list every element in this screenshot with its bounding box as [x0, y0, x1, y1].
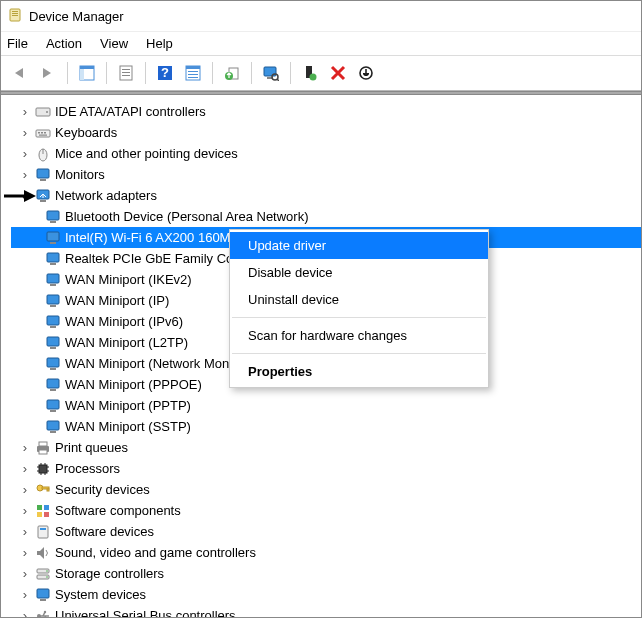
svg-rect-57 [47, 358, 59, 367]
svg-rect-51 [47, 295, 59, 304]
svg-rect-6 [80, 69, 84, 80]
svg-rect-17 [188, 77, 198, 78]
menu-file[interactable]: File [7, 36, 28, 51]
action-button[interactable] [180, 60, 206, 86]
svg-rect-56 [50, 347, 56, 349]
help-button[interactable]: ? [152, 60, 178, 86]
show-hide-tree-button[interactable] [74, 60, 100, 86]
svg-rect-44 [50, 221, 56, 223]
svg-rect-61 [47, 400, 59, 409]
adapter-label: WAN Miniport (PPTP) [65, 395, 191, 416]
category-label: Network adapters [55, 185, 157, 206]
adapter-wan-pptp[interactable]: WAN Miniport (PPTP) [11, 395, 641, 416]
menu-view[interactable]: View [100, 36, 128, 51]
caret-right-icon: › [19, 164, 31, 185]
category-label: Print queues [55, 437, 128, 458]
category-ide[interactable]: › IDE ATA/ATAPI controllers [11, 101, 641, 122]
ctx-scan-hardware[interactable]: Scan for hardware changes [230, 322, 488, 349]
disable-button[interactable] [353, 60, 379, 86]
svg-rect-58 [50, 368, 56, 370]
ctx-separator [232, 317, 486, 318]
enable-button[interactable] [297, 60, 323, 86]
category-system[interactable]: › System devices [11, 584, 641, 605]
svg-rect-64 [50, 431, 56, 433]
back-button[interactable] [7, 60, 33, 86]
storage-icon [35, 566, 51, 582]
context-menu: Update driver Disable device Uninstall d… [229, 229, 489, 388]
ctx-update-driver[interactable]: Update driver [230, 232, 488, 259]
ctx-separator [232, 353, 486, 354]
svg-rect-79 [47, 489, 49, 491]
toolbar-separator [145, 62, 146, 84]
svg-marker-29 [24, 190, 36, 202]
toolbar: ? [1, 55, 641, 91]
svg-point-89 [46, 570, 48, 572]
caret-right-icon: › [19, 521, 31, 542]
menu-bar: File Action View Help [1, 31, 641, 55]
category-label: Monitors [55, 164, 105, 185]
adapter-label: WAN Miniport (IP) [65, 290, 169, 311]
caret-right-icon: › [19, 500, 31, 521]
svg-point-90 [46, 576, 48, 578]
drive-icon [35, 104, 51, 120]
svg-rect-46 [50, 242, 56, 244]
svg-rect-68 [39, 465, 47, 473]
scan-button[interactable] [258, 60, 284, 86]
toolbar-separator [106, 62, 107, 84]
category-sound[interactable]: › Sound, video and game controllers [11, 542, 641, 563]
category-label: Universal Serial Bus controllers [55, 605, 236, 618]
category-label: Security devices [55, 479, 150, 500]
svg-rect-53 [47, 316, 59, 325]
network-adapter-icon [45, 272, 61, 288]
category-monitors[interactable]: › Monitors [11, 164, 641, 185]
disable-circle-icon [358, 65, 374, 81]
caret-right-icon: › [19, 437, 31, 458]
svg-marker-86 [37, 547, 44, 559]
uninstall-button[interactable] [325, 60, 351, 86]
category-keyboards[interactable]: › Keyboards [11, 122, 641, 143]
svg-rect-60 [50, 389, 56, 391]
adapter-wan-sstp[interactable]: WAN Miniport (SSTP) [11, 416, 641, 437]
toolbar-separator [212, 62, 213, 84]
update-driver-button[interactable] [219, 60, 245, 86]
ctx-properties[interactable]: Properties [230, 358, 488, 385]
ctx-disable-device[interactable]: Disable device [230, 259, 488, 286]
forward-button[interactable] [35, 60, 61, 86]
arrow-left-icon [11, 66, 29, 80]
ctx-uninstall-device[interactable]: Uninstall device [230, 286, 488, 313]
category-software-components[interactable]: › Software components [11, 500, 641, 521]
category-security[interactable]: › Security devices [11, 479, 641, 500]
device-enable-icon [302, 65, 318, 81]
category-usb[interactable]: › Universal Serial Bus controllers [11, 605, 641, 618]
category-network-adapters[interactable]: ⌄ Network adapters [11, 185, 641, 206]
menu-action[interactable]: Action [46, 36, 82, 51]
category-label: Processors [55, 458, 120, 479]
caret-right-icon: › [19, 563, 31, 584]
category-software-devices[interactable]: › Software devices [11, 521, 641, 542]
category-print-queues[interactable]: › Print queues [11, 437, 641, 458]
svg-rect-91 [37, 589, 49, 598]
mouse-icon [35, 146, 51, 162]
svg-line-23 [277, 79, 279, 81]
computer-icon [35, 587, 51, 603]
category-mice[interactable]: › Mice and other pointing devices [11, 143, 641, 164]
red-x-icon [330, 65, 346, 81]
adapter-label: WAN Miniport (IKEv2) [65, 269, 192, 290]
category-storage[interactable]: › Storage controllers [11, 563, 641, 584]
svg-rect-62 [50, 410, 56, 412]
svg-rect-80 [37, 505, 42, 510]
category-processors[interactable]: › Processors [11, 458, 641, 479]
menu-help[interactable]: Help [146, 36, 173, 51]
adapter-bluetooth[interactable]: Bluetooth Device (Personal Area Network) [11, 206, 641, 227]
svg-rect-15 [188, 71, 198, 72]
key-icon [35, 482, 51, 498]
svg-rect-1 [12, 11, 18, 12]
svg-rect-2 [12, 13, 18, 14]
keyboard-icon [35, 125, 51, 141]
update-driver-icon [224, 65, 240, 81]
properties-button[interactable] [113, 60, 139, 86]
tree-pane-icon [79, 65, 95, 81]
svg-rect-36 [39, 134, 47, 135]
toolbar-separator [251, 62, 252, 84]
svg-point-96 [44, 610, 46, 612]
